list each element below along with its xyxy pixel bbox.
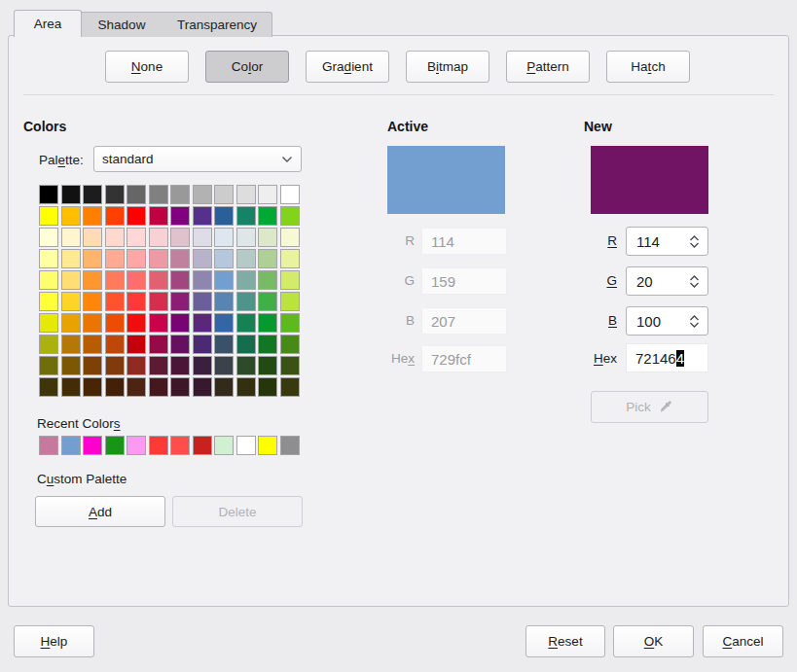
color-swatch[interactable] bbox=[83, 377, 102, 397]
color-swatch[interactable] bbox=[236, 228, 256, 247]
help-button[interactable]: Help bbox=[14, 625, 94, 657]
color-swatch[interactable] bbox=[170, 292, 190, 311]
color-swatch[interactable] bbox=[258, 292, 277, 311]
color-swatch[interactable] bbox=[105, 377, 125, 397]
color-swatch[interactable] bbox=[236, 335, 256, 354]
color-swatch[interactable] bbox=[105, 185, 125, 204]
color-swatch[interactable] bbox=[280, 335, 300, 354]
color-swatch[interactable] bbox=[170, 206, 190, 226]
color-swatch[interactable] bbox=[214, 228, 234, 247]
color-swatch[interactable] bbox=[61, 436, 81, 455]
color-swatch[interactable] bbox=[193, 377, 212, 397]
new-r-spinner[interactable]: 114 bbox=[626, 227, 708, 256]
color-swatch[interactable] bbox=[280, 292, 300, 311]
color-swatch[interactable] bbox=[83, 436, 102, 455]
color-swatch[interactable] bbox=[127, 356, 146, 375]
fill-pattern-button[interactable]: Pattern bbox=[506, 51, 590, 83]
color-swatch[interactable] bbox=[193, 249, 212, 268]
color-swatch[interactable] bbox=[258, 228, 277, 247]
palette-dropdown[interactable]: standard bbox=[93, 146, 302, 172]
color-swatch[interactable] bbox=[61, 313, 81, 333]
color-swatch[interactable] bbox=[236, 270, 256, 290]
color-swatch[interactable] bbox=[280, 356, 300, 375]
color-swatch[interactable] bbox=[61, 356, 81, 375]
color-swatch[interactable] bbox=[193, 185, 212, 204]
color-swatch[interactable] bbox=[149, 313, 168, 333]
color-swatch[interactable] bbox=[83, 228, 102, 247]
color-swatch[interactable] bbox=[39, 313, 58, 333]
color-swatch[interactable] bbox=[170, 270, 190, 290]
color-swatch[interactable] bbox=[149, 249, 168, 268]
color-swatch[interactable] bbox=[193, 228, 212, 247]
color-swatch[interactable] bbox=[39, 436, 58, 455]
color-swatch[interactable] bbox=[39, 249, 58, 268]
color-swatch[interactable] bbox=[127, 206, 146, 226]
color-swatch[interactable] bbox=[127, 377, 146, 397]
color-swatch[interactable] bbox=[170, 228, 190, 247]
color-swatch[interactable] bbox=[258, 313, 277, 333]
color-swatch[interactable] bbox=[83, 270, 102, 290]
color-swatch[interactable] bbox=[236, 356, 256, 375]
color-swatch[interactable] bbox=[214, 185, 234, 204]
spinner-arrows[interactable] bbox=[689, 315, 700, 328]
color-swatch[interactable] bbox=[39, 206, 58, 226]
new-b-spinner[interactable]: 100 bbox=[626, 306, 708, 336]
spinner-arrows[interactable] bbox=[689, 235, 700, 248]
color-swatch[interactable] bbox=[214, 206, 234, 226]
color-swatch[interactable] bbox=[258, 377, 277, 397]
color-swatch[interactable] bbox=[127, 185, 146, 204]
spinner-arrows[interactable] bbox=[689, 275, 700, 288]
color-swatch[interactable] bbox=[236, 185, 256, 204]
fill-none-button[interactable]: None bbox=[105, 51, 189, 83]
color-swatch[interactable] bbox=[127, 270, 146, 290]
color-swatch[interactable] bbox=[149, 356, 168, 375]
color-swatch[interactable] bbox=[193, 206, 212, 226]
color-swatch[interactable] bbox=[258, 436, 277, 455]
color-swatch[interactable] bbox=[61, 206, 81, 226]
color-swatch[interactable] bbox=[214, 436, 234, 455]
color-swatch[interactable] bbox=[193, 313, 212, 333]
color-swatch[interactable] bbox=[258, 356, 277, 375]
color-swatch[interactable] bbox=[193, 356, 212, 375]
color-swatch[interactable] bbox=[61, 377, 81, 397]
color-swatch[interactable] bbox=[39, 377, 58, 397]
color-swatch[interactable] bbox=[105, 356, 125, 375]
color-swatch[interactable] bbox=[214, 292, 234, 311]
color-swatch[interactable] bbox=[258, 185, 277, 204]
fill-hatch-button[interactable]: Hatch bbox=[606, 51, 690, 83]
color-swatch[interactable] bbox=[280, 270, 300, 290]
fill-bitmap-button[interactable]: Bitmap bbox=[406, 51, 489, 83]
color-swatch[interactable] bbox=[39, 335, 58, 354]
color-swatch[interactable] bbox=[170, 249, 190, 268]
color-swatch[interactable] bbox=[214, 270, 234, 290]
color-swatch[interactable] bbox=[193, 292, 212, 311]
color-swatch[interactable] bbox=[149, 206, 168, 226]
color-swatch[interactable] bbox=[170, 356, 190, 375]
fill-gradient-button[interactable]: Gradient bbox=[306, 51, 389, 83]
color-swatch[interactable] bbox=[170, 335, 190, 354]
color-swatch[interactable] bbox=[170, 377, 190, 397]
color-swatch[interactable] bbox=[39, 292, 58, 311]
color-swatch[interactable] bbox=[149, 335, 168, 354]
color-swatch[interactable] bbox=[61, 270, 81, 290]
color-swatch[interactable] bbox=[105, 313, 125, 333]
ok-button[interactable]: OK bbox=[613, 625, 694, 657]
color-swatch[interactable] bbox=[105, 436, 125, 455]
color-swatch[interactable] bbox=[149, 292, 168, 311]
color-swatch[interactable] bbox=[83, 185, 102, 204]
color-swatch[interactable] bbox=[61, 185, 81, 204]
color-swatch[interactable] bbox=[236, 292, 256, 311]
color-swatch[interactable] bbox=[236, 436, 256, 455]
color-swatch[interactable] bbox=[214, 249, 234, 268]
color-swatch[interactable] bbox=[127, 335, 146, 354]
color-swatch[interactable] bbox=[39, 185, 58, 204]
color-swatch[interactable] bbox=[258, 206, 277, 226]
color-swatch[interactable] bbox=[83, 335, 102, 354]
color-swatch[interactable] bbox=[105, 270, 125, 290]
color-swatch[interactable] bbox=[149, 270, 168, 290]
tab-shadow[interactable]: Shadow bbox=[81, 13, 163, 37]
new-hex-input[interactable]: 721464 bbox=[626, 343, 708, 372]
color-swatch[interactable] bbox=[83, 292, 102, 311]
color-swatch[interactable] bbox=[83, 356, 102, 375]
color-swatch[interactable] bbox=[258, 335, 277, 354]
